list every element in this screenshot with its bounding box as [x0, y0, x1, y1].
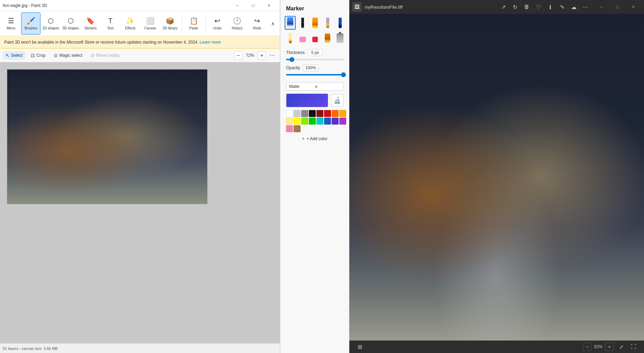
- undo-icon: ↩: [214, 17, 220, 25]
- brush-eraser-pink-icon: [300, 37, 306, 42]
- swatch-pink[interactable]: [286, 125, 293, 132]
- swatch-lightgray[interactable]: [294, 110, 301, 117]
- brush-spray-icon: [337, 33, 343, 43]
- paste-button[interactable]: 📋 Paste: [184, 12, 203, 35]
- viewer-cloud-button[interactable]: ☁: [569, 2, 579, 12]
- swatch-darkred[interactable]: [316, 110, 323, 117]
- brush-eraser-red[interactable]: [310, 31, 321, 45]
- opacity-slider-thumb[interactable]: [341, 72, 346, 77]
- viewer-zoom-value: 82%: [594, 344, 602, 349]
- viewer-zoom-out-button[interactable]: −: [583, 343, 591, 351]
- paint3d-minimize[interactable]: −: [229, 0, 245, 11]
- swatch-cyan[interactable]: [316, 118, 323, 125]
- brush-eraser-pink[interactable]: [297, 31, 308, 45]
- zoom-in-button[interactable]: +: [258, 51, 266, 60]
- swatch-gray[interactable]: [301, 110, 308, 117]
- viewer-more-button[interactable]: ⋯: [580, 2, 591, 12]
- paint3d-maximize[interactable]: □: [245, 0, 261, 11]
- library-3d-button[interactable]: 📦 3D library: [160, 12, 180, 35]
- thickness-slider-container[interactable]: [280, 57, 349, 64]
- shapes-3d-button[interactable]: ⬡ 3D shapes: [61, 12, 80, 35]
- thickness-slider[interactable]: [286, 59, 343, 60]
- viewer-image-area[interactable]: [349, 14, 644, 341]
- opacity-slider-container[interactable]: [280, 73, 349, 80]
- swatch-indigo[interactable]: [332, 118, 339, 125]
- canvas-button[interactable]: ⬜ Canvas: [140, 12, 159, 35]
- finish-dropdown[interactable]: Matte ∨: [286, 82, 343, 91]
- viewer-close[interactable]: ×: [625, 0, 641, 14]
- chevron-down-icon: ∨: [315, 84, 340, 89]
- color-preview-box[interactable]: [286, 93, 328, 107]
- add-color-plus-icon: +: [302, 136, 304, 141]
- paint3d-window: lion-eagle.jpg - Paint 3D − □ × ☰ Menu 🖌…: [0, 0, 280, 353]
- swatch-black[interactable]: [309, 110, 316, 117]
- swatch-blue[interactable]: [324, 118, 331, 125]
- viewer-maximize[interactable]: □: [609, 0, 625, 14]
- text-button[interactable]: T Text: [101, 12, 120, 35]
- viewer-rotate-button[interactable]: ↻: [510, 2, 520, 12]
- brush-marker-blue[interactable]: [334, 16, 346, 30]
- swatch-lightyellow[interactable]: [286, 118, 293, 125]
- viewer-fullscreen-button[interactable]: ⛶: [629, 342, 638, 352]
- brush-pen[interactable]: [297, 16, 308, 30]
- stickers-button[interactable]: 🔖 Stickers: [81, 12, 100, 35]
- undo-button[interactable]: ↩ Undo: [208, 12, 227, 35]
- history-button[interactable]: 🕐 History: [228, 12, 247, 35]
- redo-button[interactable]: ↪ Redo: [248, 12, 267, 35]
- eyedropper-button[interactable]: 🔬: [331, 94, 343, 107]
- spray-cap: [339, 32, 341, 34]
- viewer-favorite-button[interactable]: ♡: [533, 2, 544, 12]
- viewer-share-button[interactable]: ↗: [498, 2, 508, 12]
- viewer-edit-button[interactable]: ✎: [557, 2, 567, 12]
- stickers-icon: 🔖: [86, 17, 95, 25]
- grid-icon: ⊞: [358, 344, 362, 350]
- swatch-yellow[interactable]: [294, 118, 301, 125]
- swatch-red[interactable]: [324, 110, 331, 117]
- brush-eraser-pencil[interactable]: [285, 31, 296, 45]
- viewer-info-button[interactable]: ℹ: [545, 2, 555, 12]
- brush-marker-a[interactable]: [285, 16, 296, 30]
- select-label: Select: [11, 53, 22, 58]
- canvas-image[interactable]: [7, 69, 208, 204]
- viewer-fit-button[interactable]: ⤢: [616, 342, 626, 352]
- zoom-out-button[interactable]: −: [234, 51, 242, 60]
- paint3d-close[interactable]: ×: [261, 0, 277, 11]
- add-color-button[interactable]: + + Add color: [286, 134, 343, 144]
- opacity-slider[interactable]: [286, 74, 343, 75]
- mixed-reality-button[interactable]: ⊘ Mixed reality: [88, 51, 122, 60]
- menu-button[interactable]: ☰ Menu: [1, 12, 20, 35]
- effects-button[interactable]: ✨ Effects: [121, 12, 140, 35]
- viewer-minimize[interactable]: −: [594, 0, 609, 14]
- thickness-slider-thumb[interactable]: [289, 57, 294, 62]
- shapes-2d-button[interactable]: ⬡ 2D shapes: [41, 12, 60, 35]
- collapse-toolbar-button[interactable]: ∧: [267, 18, 278, 29]
- brush-spray[interactable]: [334, 31, 346, 45]
- swatch-purple[interactable]: [339, 118, 346, 125]
- shapes-3d-label: 3D shapes: [62, 26, 79, 30]
- swatch-amber[interactable]: [339, 110, 346, 117]
- viewer-winctrls: − □ ×: [594, 0, 641, 14]
- viewer-delete-button[interactable]: 🗑: [522, 2, 532, 12]
- viewer-grid-button[interactable]: ⊞: [355, 342, 365, 352]
- canvas-area[interactable]: [0, 62, 280, 343]
- swatch-lime[interactable]: [301, 118, 308, 125]
- brush-pencil[interactable]: [322, 16, 333, 30]
- more-options-button[interactable]: ⋯: [267, 51, 277, 60]
- toolbar-divider-1: [182, 15, 182, 32]
- color-section: Matte ∨ 🔬: [280, 80, 349, 147]
- paint3d-titlebar: lion-eagle.jpg - Paint 3D − □ ×: [0, 0, 280, 11]
- swatch-green[interactable]: [309, 118, 316, 125]
- swatch-orange[interactable]: [332, 110, 339, 117]
- magic-select-button[interactable]: ⊙ Magic select: [51, 51, 85, 60]
- color-swatches: [286, 110, 343, 132]
- brush-marker-orange[interactable]: [310, 16, 321, 30]
- history-label: History: [232, 26, 242, 30]
- swatch-brown[interactable]: [294, 125, 301, 132]
- select-button[interactable]: ↖ Select: [3, 51, 25, 60]
- swatch-white[interactable]: [286, 110, 293, 117]
- learn-more-link[interactable]: Learn more: [200, 40, 221, 45]
- brushes-button[interactable]: 🖌️ Brushes: [21, 12, 40, 35]
- brush-marker-dark-orange[interactable]: [322, 31, 333, 45]
- viewer-zoom-in-button[interactable]: +: [605, 343, 614, 351]
- crop-button[interactable]: ⊡ Crop: [28, 51, 48, 60]
